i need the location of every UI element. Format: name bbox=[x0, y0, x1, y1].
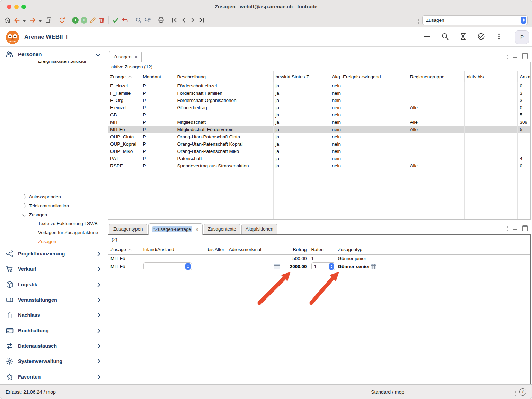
sidebar-item-personen[interactable]: Personen bbox=[0, 47, 107, 61]
column-header[interactable]: Inland/Ausland bbox=[141, 244, 194, 255]
column-header[interactable]: Regionengruppe bbox=[408, 71, 464, 82]
drag-dots-icon[interactable] bbox=[507, 226, 508, 227]
column-header[interactable]: Zusage bbox=[108, 71, 141, 82]
adressmerkmal-picker-icon[interactable] bbox=[274, 264, 280, 269]
tree-item[interactable] bbox=[0, 93, 107, 102]
context-select[interactable]: Zusagen bbox=[422, 15, 528, 25]
inland-ausland-select[interactable] bbox=[143, 262, 192, 270]
tasks-button[interactable] bbox=[477, 32, 485, 42]
table-row-editing[interactable]: MIT Fö bbox=[108, 262, 530, 270]
tree-item-selected[interactable]: Zusagen bbox=[0, 237, 107, 246]
print-button[interactable] bbox=[158, 15, 165, 25]
sidebar-item-projektfinanzierung[interactable]: Projektfinanzierung bbox=[0, 246, 107, 261]
column-header[interactable]: Zusagentyp bbox=[336, 244, 379, 255]
new-button[interactable] bbox=[423, 32, 431, 42]
column-header[interactable]: Zusage bbox=[108, 244, 141, 255]
table-row[interactable]: F_Familie P Förderschaft Familien ja nei… bbox=[108, 89, 530, 97]
sidebar-item-logistik[interactable]: Logistik bbox=[0, 277, 107, 292]
windows-button[interactable] bbox=[45, 15, 52, 25]
column-header[interactable]: aktiv bis bbox=[464, 71, 517, 82]
table-row[interactable]: MIT Fö 500.00 1 Gönner junior bbox=[108, 255, 530, 263]
column-header[interactable]: bewirkt Status Z bbox=[273, 71, 330, 82]
sidebar-item-favoriten[interactable]: Favoriten bbox=[0, 369, 107, 384]
tree-item[interactable] bbox=[0, 75, 107, 84]
history-button[interactable] bbox=[459, 32, 467, 42]
table-row[interactable]: GB P ja nein 5 bbox=[108, 111, 530, 119]
minimize-window-button[interactable] bbox=[14, 5, 19, 9]
first-record-button[interactable] bbox=[171, 15, 178, 25]
tree-item[interactable]: Vorlagen für Zusagenfakturie bbox=[0, 228, 107, 237]
tab-close-icon[interactable]: × bbox=[195, 226, 198, 232]
close-window-button[interactable] bbox=[7, 5, 11, 9]
column-header[interactable]: Anzahl bbox=[517, 71, 530, 82]
table-row[interactable]: PAT P Patenschaft ja nein 4 bbox=[108, 155, 530, 162]
column-header[interactable]: Mandant bbox=[141, 71, 175, 82]
panel-maximize-icon[interactable] bbox=[522, 225, 528, 231]
tree-item[interactable] bbox=[0, 120, 107, 129]
tree-group[interactable]: Anlassspenden bbox=[0, 192, 107, 201]
tree-item[interactable] bbox=[0, 102, 107, 111]
sidebar-item-datenaustausch[interactable]: Datenaustausch bbox=[0, 338, 107, 354]
tree-item[interactable] bbox=[0, 129, 107, 138]
tab-zusagen[interactable]: Zusagen × bbox=[109, 51, 142, 62]
toolbar-overflow-handle[interactable] bbox=[418, 17, 419, 24]
delete-button[interactable] bbox=[98, 15, 105, 25]
zusagentyp-picker-icon[interactable] bbox=[371, 264, 376, 269]
table-row[interactable]: OUP_Miko P Orang-Utan-Patenschaft Miko j… bbox=[108, 148, 530, 155]
column-header[interactable]: bis Alter bbox=[194, 244, 227, 255]
column-header[interactable]: Adressmerkmal bbox=[227, 244, 282, 255]
drag-dots-icon[interactable] bbox=[507, 54, 508, 54]
table-row[interactable]: F_Org P Förderschaft Organisationen ja n… bbox=[108, 97, 530, 104]
column-header[interactable]: Betrag bbox=[282, 244, 309, 255]
column-header[interactable]: Beschreibung bbox=[175, 71, 273, 82]
sidebar-item-nachlass[interactable]: Nachlass bbox=[0, 307, 107, 323]
tree-group-zusagen[interactable]: Zusagen bbox=[0, 210, 107, 219]
tree-item[interactable] bbox=[0, 84, 107, 93]
tab-close-icon[interactable]: × bbox=[135, 54, 138, 60]
sidebar-item-systemverwaltung[interactable]: Systemverwaltung bbox=[0, 354, 107, 369]
tree-group[interactable]: Telekommunikation bbox=[0, 201, 107, 210]
sidebar-item-veranstaltungen[interactable]: Veranstaltungen bbox=[0, 292, 107, 307]
edit-button[interactable] bbox=[89, 15, 96, 25]
forward-history-caret-icon[interactable] bbox=[39, 20, 42, 22]
table-row[interactable]: OUP_Cinta P Orang-Utan-Patenschaft Cinta… bbox=[108, 133, 530, 140]
cell-adressmerkmal[interactable] bbox=[227, 262, 282, 270]
column-header[interactable]: Akq.-Ereignis zwingend bbox=[330, 71, 408, 82]
last-record-button[interactable] bbox=[198, 15, 205, 25]
tree-item[interactable] bbox=[0, 156, 107, 165]
tab-akquisitionen[interactable]: Akquisitionen bbox=[241, 224, 277, 234]
tree-item[interactable] bbox=[0, 66, 107, 75]
tab-zusagentexte[interactable]: Zusagentexte bbox=[204, 224, 240, 234]
cell-bis-alter[interactable] bbox=[194, 262, 227, 270]
add-copy-button[interactable]: + bbox=[81, 15, 87, 25]
confirm-button[interactable] bbox=[112, 15, 119, 25]
tab-zusagen-betraege[interactable]: *Zusagen-Beträge × bbox=[148, 223, 203, 235]
tree-item[interactable] bbox=[0, 111, 107, 120]
tree-item[interactable]: Texte zu Fakturierung LSV/B bbox=[0, 219, 107, 228]
table-row[interactable]: F einzel P Gönnerbeitrag ja nein Alle 0 bbox=[108, 104, 530, 111]
sidebar-item-verkauf[interactable]: Verkauf bbox=[0, 261, 107, 277]
zusagentyp-value[interactable]: Gönner senior bbox=[338, 263, 371, 270]
next-record-button[interactable] bbox=[189, 15, 196, 25]
previous-record-button[interactable] bbox=[180, 15, 187, 25]
tree-item[interactable] bbox=[0, 174, 107, 183]
more-button[interactable] bbox=[495, 32, 503, 42]
column-header[interactable]: Raten bbox=[309, 244, 336, 255]
user-avatar[interactable]: P bbox=[515, 30, 529, 44]
tab-zusagentypen[interactable]: Zusagentypen bbox=[109, 224, 147, 234]
back-button[interactable] bbox=[13, 15, 20, 25]
refresh-button[interactable] bbox=[59, 15, 65, 25]
home-button[interactable] bbox=[4, 15, 11, 25]
table-row[interactable]: MIT Fö P Mitgliedschaft Förderverein ja … bbox=[108, 126, 530, 133]
back-history-caret-icon[interactable] bbox=[23, 20, 26, 22]
global-search-button[interactable] bbox=[441, 32, 449, 42]
forward-button[interactable] bbox=[29, 15, 36, 25]
tree-item[interactable] bbox=[0, 147, 107, 156]
undo-button[interactable] bbox=[121, 15, 128, 25]
panel-minimize-icon[interactable] bbox=[513, 57, 517, 58]
tree-item-clipped[interactable]: Ereigniskosten Struktur bbox=[0, 61, 107, 66]
tree-item[interactable] bbox=[0, 138, 107, 147]
info-icon[interactable]: i bbox=[519, 388, 526, 396]
raten-select[interactable]: 1 bbox=[311, 262, 335, 270]
search-button[interactable] bbox=[135, 15, 142, 25]
